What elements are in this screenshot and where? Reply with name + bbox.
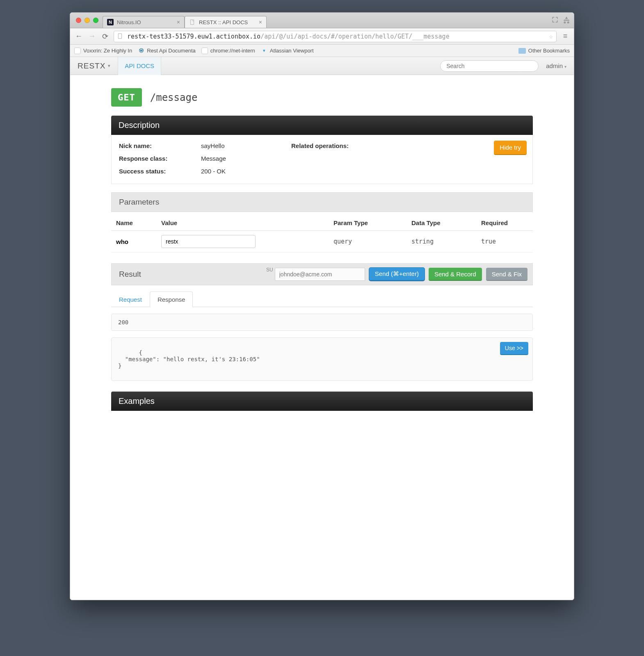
send-fix-button[interactable]: Send & Fix <box>486 268 528 281</box>
reload-button[interactable]: ⟳ <box>100 32 110 41</box>
success-status-label: Success status: <box>119 168 201 175</box>
result-toolbar: Result SU Send (⌘+enter) Send & Record S… <box>111 263 533 285</box>
page-icon <box>117 33 124 40</box>
incognito-icon <box>562 16 571 25</box>
param-type: query <box>329 231 406 253</box>
bookmark-icon <box>74 48 81 54</box>
browser-tab-nitrous[interactable]: N Nitrous.IO × <box>103 16 185 28</box>
minimize-window-icon[interactable] <box>84 18 90 23</box>
back-button[interactable]: ← <box>74 32 83 41</box>
http-method-badge: GET <box>111 88 142 107</box>
folder-icon <box>518 48 526 54</box>
close-tab-icon[interactable]: × <box>177 19 180 25</box>
parameters-table: Name Value Param Type Data Type Required… <box>111 215 533 253</box>
response-status-box: 200 <box>111 314 533 331</box>
maximize-window-icon[interactable] <box>93 18 98 23</box>
operation-path: /message <box>150 92 198 103</box>
atlassian-icon: ▾ <box>261 48 267 54</box>
bookmark-star-icon[interactable]: ☆ <box>549 32 553 40</box>
bookmark-atlassian[interactable]: ▾ Atlassian Viewport <box>261 48 314 54</box>
window-controls[interactable] <box>76 18 98 23</box>
col-required: Required <box>476 215 533 231</box>
col-param-type: Param Type <box>329 215 406 231</box>
close-tab-icon[interactable]: × <box>259 19 262 25</box>
section-parameters-header: Parameters <box>111 192 533 212</box>
bookmark-voxxrin[interactable]: Voxxrin: Ze Highly In <box>74 48 132 54</box>
send-button[interactable]: Send (⌘+enter) <box>369 268 425 281</box>
bookmark-restapi[interactable]: ⓦ Rest Api Documenta <box>138 48 196 54</box>
result-tabs: Request Response <box>111 291 533 307</box>
response-body-box: Use >>{ "message": "hello restx, it's 23… <box>111 337 533 381</box>
brand: RESTX <box>78 61 105 71</box>
forward-button: → <box>87 32 96 41</box>
search-input[interactable] <box>440 60 539 72</box>
url-host: restx-test33-51579.euw1.actionbox.io <box>127 33 260 40</box>
su-label: SU <box>266 267 273 273</box>
description-body: Hide try Nick name: sayHello Related ope… <box>111 135 533 184</box>
svg-rect-1 <box>118 34 121 39</box>
section-examples-header: Examples <box>111 392 533 411</box>
bookmark-bar: Voxxrin: Ze Highly In ⓦ Rest Api Documen… <box>70 45 574 57</box>
response-class-label: Response class: <box>119 155 201 162</box>
tab-title: RESTX :: API DOCS <box>199 19 248 25</box>
section-result-header: Result <box>119 270 141 279</box>
browser-menu-icon[interactable]: ≡ <box>561 32 570 41</box>
response-class-value: Message <box>201 155 291 162</box>
tab-request[interactable]: Request <box>111 292 150 307</box>
app-navbar: RESTX ▾ API DOCS admin▾ <box>70 57 574 75</box>
other-bookmarks[interactable]: Other Bookmarks <box>518 48 570 54</box>
user-name: admin <box>546 62 563 69</box>
use-button[interactable]: Use >> <box>500 342 528 355</box>
operation-header: GET /message <box>111 88 533 107</box>
chevron-down-icon: ▾ <box>564 64 566 69</box>
url-path: /api/@/ui/api-docs/#/operation/hello/GET… <box>260 33 450 40</box>
col-name: Name <box>111 215 156 231</box>
table-row: who query string true <box>111 231 533 253</box>
nick-name-label: Nick name: <box>119 142 201 149</box>
col-data-type: Data Type <box>406 215 476 231</box>
favicon-generic <box>189 19 196 25</box>
response-body-text: { "message": "hello restx, it's 23:16:05… <box>118 349 260 369</box>
other-bookmarks-label: Other Bookmarks <box>528 48 570 54</box>
wordpress-icon: ⓦ <box>138 48 144 54</box>
bookmark-label: Rest Api Documenta <box>147 48 196 54</box>
fullscreen-icon[interactable] <box>551 16 559 25</box>
bookmark-label: chrome://net-intern <box>210 48 255 54</box>
success-status-value: 200 - OK <box>201 168 291 175</box>
nav-tab-api-docs[interactable]: API DOCS <box>118 57 161 75</box>
hide-try-button[interactable]: Hide try <box>494 141 527 155</box>
section-description-header: Description <box>111 116 533 135</box>
col-value: Value <box>156 215 329 231</box>
bookmark-netinternals[interactable]: chrome://net-intern <box>201 48 255 54</box>
favicon-nitrous: N <box>107 19 114 25</box>
tab-title: Nitrous.IO <box>117 19 141 25</box>
browser-tab-strip: N Nitrous.IO × RESTX :: API DOCS × <box>70 13 574 28</box>
param-required: true <box>476 231 533 253</box>
tab-response[interactable]: Response <box>150 292 193 307</box>
browser-tab-restx[interactable]: RESTX :: API DOCS × <box>185 16 267 28</box>
send-record-button[interactable]: Send & Record <box>429 268 482 281</box>
address-bar[interactable]: restx-test33-51579.euw1.actionbox.io/api… <box>114 31 557 42</box>
browser-window: N Nitrous.IO × RESTX :: API DOCS × ← → ⟳ <box>70 12 574 600</box>
nick-name-value: sayHello <box>201 142 291 149</box>
bookmark-label: Atlassian Viewport <box>270 48 314 54</box>
page-content: GET /message Description Hide try Nick n… <box>70 75 574 600</box>
related-operations-label: Related operations: <box>291 142 414 149</box>
user-menu[interactable]: admin▾ <box>546 62 566 69</box>
bookmark-icon <box>201 48 208 54</box>
su-input[interactable] <box>275 268 365 281</box>
param-datatype: string <box>406 231 476 253</box>
param-name: who <box>116 238 128 245</box>
param-value-input[interactable] <box>161 235 256 248</box>
address-bar-row: ← → ⟳ restx-test33-51579.euw1.actionbox.… <box>70 28 574 45</box>
close-window-icon[interactable] <box>76 18 81 23</box>
bookmark-label: Voxxrin: Ze Highly In <box>83 48 132 54</box>
brand-dropdown-icon[interactable]: ▾ <box>108 63 110 68</box>
